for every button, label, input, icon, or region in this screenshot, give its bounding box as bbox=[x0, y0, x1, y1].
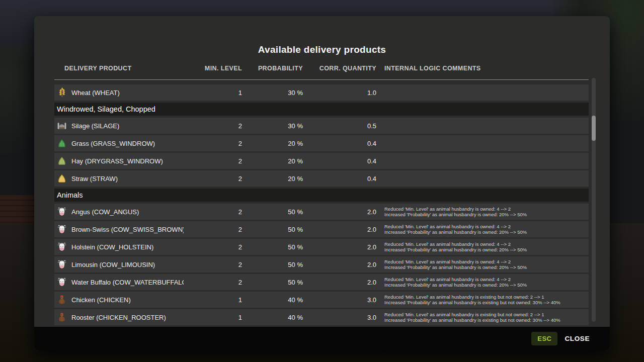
logic-comments: Reduced 'Min. Level' as animal husbandry… bbox=[376, 224, 589, 235]
corr-quantity-value: 3.0 bbox=[303, 296, 376, 304]
probability-value: 20 % bbox=[242, 157, 303, 165]
product-name: Chicken (CHICKEN) bbox=[69, 296, 184, 304]
min-level-value: 1 bbox=[184, 296, 242, 304]
corr-quantity-value: 1.0 bbox=[303, 89, 376, 97]
logic-comment-line: Reduced 'Min. Level' as animal husbandry… bbox=[384, 206, 589, 212]
logic-comment-line: Increased 'Probability' as animal husban… bbox=[384, 282, 589, 288]
logic-comments: Reduced 'Min. Level' as animal husbandry… bbox=[376, 259, 589, 270]
chicken-icon bbox=[54, 312, 69, 322]
probability-value: 50 % bbox=[242, 279, 303, 286]
product-name: Brown-Swiss (COW_SWISS_BROWN) bbox=[69, 226, 184, 233]
table-header-row: DELIVERY PRODUCT MIN. LEVEL PROBABILITY … bbox=[54, 63, 589, 80]
table-row[interactable]: Rooster (CHICKEN_ROOSTER)140 %3.0Reduced… bbox=[54, 309, 589, 325]
corr-quantity-value: 0.5 bbox=[303, 122, 376, 130]
logic-comment-line: Reduced 'Min. Level' as animal husbandry… bbox=[384, 241, 589, 247]
min-level-value: 1 bbox=[184, 314, 242, 321]
table-row[interactable]: Grass (GRASS_WINDROW)220 %0.4 bbox=[54, 135, 589, 151]
logic-comments: Reduced 'Min. Level' as animal husbandry… bbox=[376, 277, 589, 288]
corr-quantity-value: 2.0 bbox=[303, 208, 376, 216]
product-name: Rooster (CHICKEN_ROOSTER) bbox=[69, 314, 184, 321]
corr-quantity-value: 0.4 bbox=[303, 140, 376, 147]
product-name: Hay (DRYGRASS_WINDROW) bbox=[69, 157, 184, 165]
table-row[interactable]: Chicken (CHICKEN)140 %3.0Reduced 'Min. L… bbox=[54, 292, 589, 308]
min-level-value: 2 bbox=[184, 175, 242, 183]
corr-quantity-value: 2.0 bbox=[303, 243, 376, 251]
logic-comments: Reduced 'Min. Level' as animal husbandry… bbox=[376, 294, 589, 306]
min-level-value: 2 bbox=[184, 226, 242, 233]
product-name: Holstein (COW_HOLSTEIN) bbox=[69, 243, 184, 251]
product-name: Silage (SILAGE) bbox=[69, 122, 184, 130]
delivery-products-table: DELIVERY PRODUCT MIN. LEVEL PROBABILITY … bbox=[54, 63, 589, 327]
product-list: Wheat (WHEAT)130 %1.0Windrowed, Silaged,… bbox=[54, 84, 589, 325]
probability-value: 50 % bbox=[242, 208, 303, 216]
logic-comment-line: Reduced 'Min. Level' as animal husbandry… bbox=[384, 312, 589, 318]
section-label: Animals bbox=[57, 191, 83, 199]
product-name: Limousin (COW_LIMOUSIN) bbox=[69, 261, 184, 268]
min-level-value: 2 bbox=[184, 122, 242, 130]
logic-comment-line: Reduced 'Min. Level' as animal husbandry… bbox=[384, 294, 589, 300]
column-header-min-level: MIN. LEVEL bbox=[184, 65, 242, 72]
min-level-value: 2 bbox=[184, 208, 242, 216]
probability-value: 50 % bbox=[242, 243, 303, 251]
logic-comment-line: Increased 'Probability' as animal husban… bbox=[384, 212, 589, 218]
logic-comment-line: Increased 'Probability' as animal husban… bbox=[384, 317, 589, 323]
barn-wall bbox=[0, 195, 34, 223]
scrollbar-track[interactable] bbox=[592, 78, 596, 322]
logic-comment-line: Increased 'Probability' as animal husban… bbox=[384, 300, 589, 306]
table-row[interactable]: Angus (COW_ANGUS)250 %2.0Reduced 'Min. L… bbox=[54, 204, 589, 220]
min-level-value: 2 bbox=[184, 140, 242, 147]
logic-comment-line: Increased 'Probability' as animal husban… bbox=[384, 264, 589, 270]
table-row[interactable]: Hay (DRYGRASS_WINDROW)220 %0.4 bbox=[54, 153, 589, 169]
table-row[interactable]: Holstein (COW_HOLSTEIN)250 %2.0Reduced '… bbox=[54, 239, 589, 255]
product-name: Water Buffalo (COW_WATERBUFFALO) bbox=[69, 279, 184, 286]
logic-comments: Reduced 'Min. Level' as animal husbandry… bbox=[376, 206, 589, 218]
table-row[interactable]: Wheat (WHEAT)130 %1.0 bbox=[54, 84, 589, 101]
probability-value: 40 % bbox=[242, 314, 303, 321]
logic-comment-line: Increased 'Probability' as animal husban… bbox=[384, 247, 589, 253]
scrollbar-thumb[interactable] bbox=[592, 116, 596, 141]
probability-value: 50 % bbox=[242, 261, 303, 268]
table-row[interactable]: Water Buffalo (COW_WATERBUFFALO)250 %2.0… bbox=[54, 274, 589, 290]
cow-icon bbox=[54, 259, 69, 269]
wheat-icon bbox=[54, 87, 69, 98]
corr-quantity-value: 2.0 bbox=[303, 261, 376, 268]
available-delivery-products-dialog: Available delivery products DELIVERY PRO… bbox=[34, 16, 610, 350]
hay-icon bbox=[54, 156, 69, 166]
probability-value: 50 % bbox=[242, 226, 303, 233]
table-row[interactable]: Brown-Swiss (COW_SWISS_BROWN)250 %2.0Red… bbox=[54, 221, 589, 237]
corr-quantity-value: 3.0 bbox=[303, 314, 376, 321]
column-header-delivery-product: DELIVERY PRODUCT bbox=[54, 65, 184, 72]
close-button[interactable]: CLOSE bbox=[565, 335, 590, 342]
probability-value: 40 % bbox=[242, 296, 303, 304]
corr-quantity-value: 0.4 bbox=[303, 175, 376, 183]
silage-icon bbox=[54, 121, 69, 131]
product-name: Wheat (WHEAT) bbox=[69, 89, 184, 97]
logic-comment-line: Reduced 'Min. Level' as animal husbandry… bbox=[384, 259, 589, 265]
probability-value: 30 % bbox=[242, 122, 303, 130]
product-name: Grass (GRASS_WINDROW) bbox=[69, 140, 184, 147]
grass-icon bbox=[54, 138, 69, 148]
product-name: Straw (STRAW) bbox=[69, 175, 184, 183]
column-header-probability: PROBABILITY bbox=[242, 65, 303, 72]
section-header: Animals bbox=[54, 189, 589, 202]
product-name: Angus (COW_ANGUS) bbox=[69, 208, 184, 216]
cow-icon bbox=[54, 242, 69, 252]
table-row[interactable]: Silage (SILAGE)230 %0.5 bbox=[54, 118, 589, 134]
column-header-corr-quantity: CORR. QUANTITY bbox=[303, 65, 376, 72]
min-level-value: 2 bbox=[184, 157, 242, 165]
cow-icon bbox=[54, 207, 69, 217]
esc-key-button[interactable]: ESC bbox=[531, 332, 557, 345]
cow-icon bbox=[54, 224, 69, 234]
corr-quantity-value: 0.4 bbox=[303, 157, 376, 165]
table-row[interactable]: Limousin (COW_LIMOUSIN)250 %2.0Reduced '… bbox=[54, 256, 589, 273]
section-label: Windrowed, Silaged, Chopped bbox=[57, 105, 155, 113]
min-level-value: 2 bbox=[184, 261, 242, 268]
min-level-value: 2 bbox=[184, 243, 242, 251]
corr-quantity-value: 2.0 bbox=[303, 226, 376, 233]
table-row[interactable]: Straw (STRAW)220 %0.4 bbox=[54, 170, 589, 187]
logic-comment-line: Increased 'Probability' as animal husban… bbox=[384, 229, 589, 235]
logic-comment-line: Reduced 'Min. Level' as animal husbandry… bbox=[384, 224, 589, 230]
probability-value: 30 % bbox=[242, 89, 303, 97]
logic-comment-line: Reduced 'Min. Level' as animal husbandry… bbox=[384, 277, 589, 283]
column-header-internal-logic-comments: INTERNAL LOGIC COMMENTS bbox=[376, 65, 589, 72]
